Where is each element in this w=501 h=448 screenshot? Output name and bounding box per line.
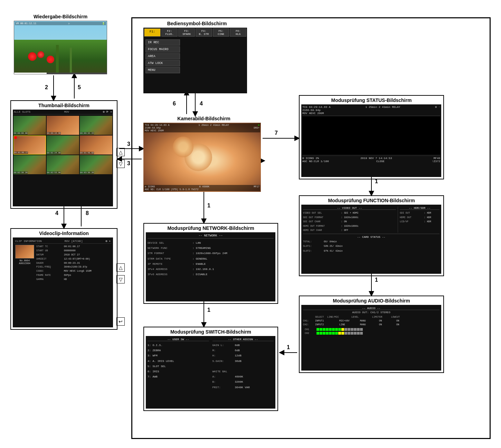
thumbnail-section: Thumbnail-Bildschirm ALLE SLOTS MOV ⚙ ⟳ … xyxy=(10,100,117,209)
thumb-cell-9[interactable]: 00:03:30.20 xyxy=(80,155,112,174)
f1-btn[interactable]: F1: xyxy=(144,28,161,37)
wied-timecode: VM 00:01:12.11 xyxy=(16,22,36,25)
clip-id: A001C004 xyxy=(15,262,34,265)
network-screen: -- NETWORK -- DEVICE SEL: LAN NETWORK FU… xyxy=(146,232,275,301)
thumb-cell-3[interactable]: 00:00:32.15 xyxy=(80,116,112,135)
cam-bottom-info: AGC ND: CLR 1/100 |STD| 5.9-1.0 f⌀372 xyxy=(145,188,198,191)
switch-title: Modusprüfung SWITCH-Bildschirm xyxy=(146,329,276,335)
f2-btn[interactable]: F2:FLUO. xyxy=(161,28,178,37)
kamerabild-section: Kamerabild-Bildschirm TCG 04:29:14.03 A … xyxy=(143,116,264,192)
status-title: Modusprüfung STATUS-Bildschirm xyxy=(301,97,442,103)
status-section: Modusprüfung STATUS-Bildschirm TCG 04:29… xyxy=(299,95,444,179)
focus-macro-btn[interactable]: FOCUS MACRO xyxy=(145,46,180,53)
f3-btn[interactable]: F3:SPARK xyxy=(178,28,195,37)
clip-back-btn[interactable]: ↩ xyxy=(116,317,125,326)
f5-btn[interactable]: F5:CINE xyxy=(213,28,229,37)
audio-ch1-row: CH1: INPUT1 MIC+48V MANU ON ON xyxy=(303,319,439,322)
thumb-cell-1[interactable]: 00:00:00.00 xyxy=(13,116,46,135)
bediensymbol-title: Bediensymbol-Bildschirm xyxy=(143,21,250,26)
clip-up-btn[interactable]: △ xyxy=(116,263,125,272)
clip-num: No.0004 xyxy=(15,259,34,262)
thumb-cell-8[interactable]: 00:02:53.06 xyxy=(47,155,79,174)
status-screen: TCG 04:29:14.03 A 1 25min 2 41min RELAY … xyxy=(301,104,441,177)
thumbnail-title: Thumbnail-Bildschirm xyxy=(13,103,115,108)
network-fields: DEVICE SEL: LAN NETWORK FUNC: STREAMING … xyxy=(148,240,274,277)
wiedergabe-title: Wiedergabe-Bildschirm xyxy=(14,14,107,19)
atw-lock-btn[interactable]: ATW LOCK xyxy=(145,60,180,66)
clip-fields: START TC00:01:00.17 START UB00000000 DAT… xyxy=(36,245,111,282)
svg-text:5: 5 xyxy=(78,84,81,90)
function-section: Modusprüfung FUNCTION-Bildschirm -- VIDE… xyxy=(299,195,444,276)
clip-thumbnail: No.0004 A001C004 xyxy=(15,245,34,282)
thumb-cell-4[interactable]: 00:01:00.17 xyxy=(13,136,46,155)
thumb-cell-5[interactable]: 00:01:24.00 xyxy=(47,136,79,155)
sw-header2: -- OTHER ASSIGN -- xyxy=(212,338,274,341)
main-container: 1 1 1 1 1 2 3 3 4 4 5 xyxy=(0,0,501,448)
clip-back-nav: ↩ xyxy=(116,317,125,326)
network-section: Modusprüfung NETWORK-Bildschirm -- NETWO… xyxy=(143,223,278,304)
clip-thumb-img xyxy=(15,245,34,259)
switch-section: Modusprüfung SWITCH-Bildschirm -- USER S… xyxy=(143,327,278,411)
f6-btn[interactable]: F6:HLG xyxy=(230,28,246,37)
thumb-cell-6[interactable]: 00:01:46.02 xyxy=(80,136,112,155)
thumb-icons: ⚙ ⟳ × xyxy=(103,110,112,113)
bediensymbol-menu: IR REC FOCUS MACRO AREA ATW LOCK MENU xyxy=(143,37,247,75)
cam-codec: MOV HEVC 200M xyxy=(145,129,164,132)
clip-info-header: CLIP INFORMATION xyxy=(15,240,42,243)
audio-meters: CH1 xyxy=(305,328,439,335)
audio-title: Modusprüfung AUDIO-Bildschirm xyxy=(301,298,442,304)
svg-text:3: 3 xyxy=(127,160,130,166)
function-screen: -- VIDEO OUT -- VIDEO OUT SEL: SDI + HDM… xyxy=(301,205,441,274)
network-header: -- NETWORK -- xyxy=(148,234,274,239)
f-buttons-row: F1: F2:FLUO. F3:SPARK F4:B. STR F5:CINE … xyxy=(143,28,247,37)
audio-ch2-row: CH2: INPUT2 LINE MANU ON ON xyxy=(303,323,439,326)
sw-header1: -- USER SW -- xyxy=(148,338,209,341)
wied-battery-icon: 🔋 xyxy=(102,22,105,25)
menu-btn[interactable]: MENU xyxy=(145,67,180,73)
ch2-meter: CH2 xyxy=(305,332,439,335)
thumb-up-btn[interactable]: △ xyxy=(116,148,125,156)
svg-text:2: 2 xyxy=(45,84,48,90)
svg-text:4: 4 xyxy=(55,210,58,216)
thumb-down-btn[interactable]: ▽ xyxy=(116,160,125,168)
svg-text:3: 3 xyxy=(127,141,130,147)
func-header2: -- HDR/SDR -- xyxy=(400,206,439,210)
thumb-format: MOV xyxy=(64,110,69,113)
wied-play-icon: ▷ xyxy=(68,22,70,25)
videoclip-section: Videoclip-Information CLIP INFORMATION M… xyxy=(10,228,117,330)
clip-down-btn[interactable]: ▽ xyxy=(116,275,125,283)
svg-text:8: 8 xyxy=(86,210,89,216)
audio-header: -- AUDIO -- xyxy=(303,307,439,310)
status-viewfinder xyxy=(302,116,440,155)
audio-col-headers: SELECT LINE/MIC LEVEL LIMITER LOWCUT xyxy=(315,316,439,318)
thumb-header: ALLE SLOTS xyxy=(14,110,30,113)
clip-icons: ⚙ × xyxy=(106,240,111,243)
thumb-cell-7[interactable]: 00:02:30.20 xyxy=(13,155,46,174)
kamerabild-title: Kamerabild-Bildschirm xyxy=(143,116,264,121)
audio-subheader: AUDIO OUT: CH1/2 STEREO xyxy=(303,311,439,314)
clip-format-label: MOV [ATCHE] xyxy=(65,240,83,243)
clip-nav: △ ▽ xyxy=(116,263,125,283)
wiedergabe-screen: VM 00:01:12.11 ▷ 🔋 xyxy=(14,21,107,74)
wiedergabe-section: Wiedergabe-Bildschirm VM 00:01:12.11 ▷ 🔋 xyxy=(14,14,107,74)
func-card-header: -- CARD STATUS -- xyxy=(303,235,439,239)
func-header1: -- VIDEO OUT -- xyxy=(303,206,396,210)
function-title: Modusprüfung FUNCTION-Bildschirm xyxy=(301,198,442,203)
area-btn[interactable]: AREA xyxy=(145,53,180,59)
f4-btn[interactable]: F4:B. STR xyxy=(196,28,212,37)
ir-rec-btn[interactable]: IR REC xyxy=(145,39,180,46)
kamerabild-screen: TCG 04:29:14.03 A 1 25min 2 41min RELAY … xyxy=(143,123,261,192)
thumb-nav: △ ▽ xyxy=(116,148,125,168)
thumb-cell-2[interactable]: 00:00:16.00 xyxy=(47,116,79,135)
thumb-grid: 00:00:00.00 00:00:16.00 00:00:32.15 00:0… xyxy=(13,115,113,175)
cam-overlay: TCG 04:29:14.03 A 1 25min 2 41min RELAY … xyxy=(143,123,261,192)
audio-section: Modusprüfung AUDIO-Bildschirm -- AUDIO -… xyxy=(299,296,444,373)
thumbnail-screen: ALLE SLOTS MOV ⚙ ⟳ × 00:00:00.00 00:00:1… xyxy=(13,110,113,206)
bediensymbol-section: Bediensymbol-Bildschirm F1: F2:FLUO. F3:… xyxy=(143,21,250,93)
cam-top-info: TCG 04:29:14.03 A xyxy=(145,124,169,127)
videoclip-title: Videoclip-Information xyxy=(13,231,115,236)
network-title: Modusprüfung NETWORK-Bildschirm xyxy=(146,225,276,231)
videoclip-screen: CLIP INFORMATION MOV [ATCHE] ⚙ × No.0004… xyxy=(13,237,113,327)
ch1-meter: CH1 xyxy=(305,328,439,331)
bediensymbol-screen: F1: F2:FLUO. F3:SPARK F4:B. STR F5:CINE … xyxy=(143,28,247,93)
